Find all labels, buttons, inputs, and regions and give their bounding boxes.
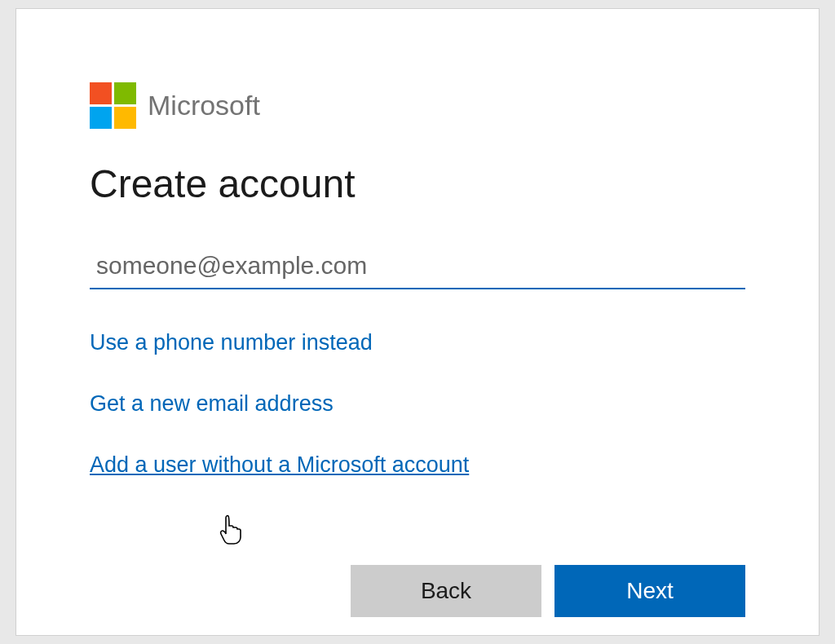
pointer-cursor-icon <box>217 514 246 547</box>
alternative-links: Use a phone number instead Get a new ema… <box>90 330 745 514</box>
email-field[interactable] <box>90 247 745 289</box>
add-user-without-ms-account-link[interactable]: Add a user without a Microsoft account <box>90 452 469 478</box>
brand-row: Microsoft <box>90 82 745 129</box>
back-button[interactable]: Back <box>351 565 541 617</box>
dialog-buttons: Back Next <box>351 565 745 617</box>
page-title: Create account <box>90 161 745 206</box>
brand-name: Microsoft <box>148 90 260 121</box>
use-phone-link[interactable]: Use a phone number instead <box>90 330 373 355</box>
microsoft-logo-icon <box>90 82 136 129</box>
next-button[interactable]: Next <box>554 565 745 617</box>
create-account-dialog: Microsoft Create account Use a phone num… <box>15 8 820 636</box>
get-new-email-link[interactable]: Get a new email address <box>90 391 334 417</box>
